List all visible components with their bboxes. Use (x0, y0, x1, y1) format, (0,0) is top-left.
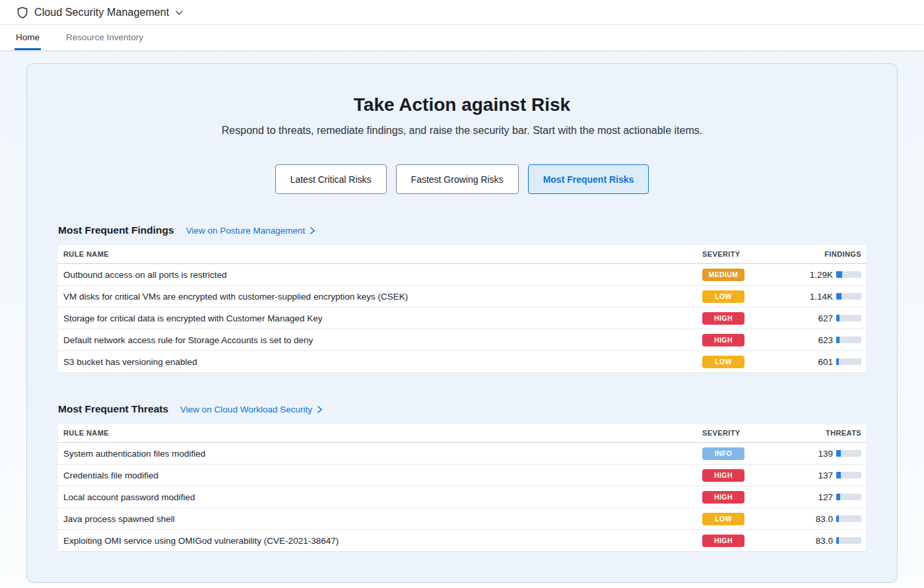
severity-badge: MEDIUM (702, 269, 744, 281)
threats-heading: Most Frequent Threats (58, 403, 168, 415)
count-bar (836, 293, 861, 300)
severity-badge: LOW (702, 513, 744, 525)
findings-count: 601 (780, 357, 833, 367)
fastest-growing-risks-button[interactable]: Fastest Growing Risks (396, 164, 519, 194)
threats-count: 83.0 (780, 536, 833, 546)
column-header-findings: FINDINGS (780, 250, 866, 258)
tab-resource-inventory[interactable]: Resource Inventory (65, 25, 145, 50)
severity-badge: HIGH (702, 312, 744, 325)
severity-badge: HIGH (702, 491, 744, 504)
findings-count: 1.14K (780, 292, 833, 302)
severity-badge: LOW (702, 356, 744, 368)
count-bar (836, 472, 861, 478)
tab-home[interactable]: Home (15, 25, 41, 50)
count-bar (836, 515, 861, 522)
app-header: Cloud Security Management (0, 0, 924, 25)
severity-badge: HIGH (702, 334, 744, 346)
rule-name: System authentication files modified (58, 449, 702, 459)
threats-panel-header: Most Frequent Threats View on Cloud Work… (58, 403, 866, 415)
count-bar (836, 337, 861, 343)
column-header-threats: THREATS (780, 429, 866, 437)
view-cloud-workload-security-link[interactable]: View on Cloud Workload Security (180, 405, 322, 414)
findings-heading: Most Frequent Findings (58, 224, 174, 236)
threats-panel: Most Frequent Threats View on Cloud Work… (58, 403, 866, 552)
risk-filter-group: Latest Critical Risks Fastest Growing Ri… (58, 164, 866, 194)
column-header-severity: SEVERITY (702, 250, 780, 258)
rule-name: S3 bucket has versioning enabled (58, 357, 702, 367)
threats-count: 139 (780, 449, 833, 459)
chevron-right-icon (310, 227, 315, 234)
table-row[interactable]: VM disks for critical VMs are encrypted … (58, 286, 866, 308)
column-header-rule-name: RULE NAME (58, 429, 702, 437)
app-title-dropdown[interactable]: Cloud Security Management (17, 7, 183, 18)
view-cloud-workload-security-link-label: View on Cloud Workload Security (180, 405, 312, 414)
column-header-severity: SEVERITY (702, 429, 780, 437)
page-subtitle: Respond to threats, remediate findings, … (58, 125, 866, 137)
column-header-rule-name: RULE NAME (58, 250, 702, 258)
findings-count: 623 (780, 335, 833, 345)
count-bar (836, 450, 861, 457)
shield-icon (17, 7, 28, 18)
rule-name: Local account password modified (58, 492, 702, 502)
threats-count: 137 (780, 471, 833, 480)
table-row[interactable]: System authentication files modified INF… (58, 443, 866, 465)
rule-name: Java process spawned shell (58, 514, 702, 524)
findings-table-header: RULE NAME SEVERITY FINDINGS (58, 245, 866, 264)
findings-panel: Most Frequent Findings View on Posture M… (58, 224, 866, 373)
count-bar (836, 537, 861, 544)
chevron-down-icon (176, 9, 183, 15)
take-action-card: Take Action against Risk Respond to thre… (26, 63, 898, 583)
threats-count: 127 (780, 492, 833, 502)
main-content: Take Action against Risk Respond to thre… (0, 50, 924, 583)
table-row[interactable]: Exploiting OMI service using OMIGod vuln… (58, 530, 866, 552)
most-frequent-risks-button[interactable]: Most Frequent Risks (528, 164, 649, 194)
table-row[interactable]: Local account password modified HIGH 127 (58, 486, 866, 508)
table-row[interactable]: Credentials file modified HIGH 137 (58, 465, 866, 486)
findings-count: 627 (780, 313, 833, 323)
rule-name: VM disks for critical VMs are encrypted … (58, 292, 702, 302)
chevron-right-icon (317, 406, 322, 413)
table-row[interactable]: S3 bucket has versioning enabled LOW 601 (58, 351, 866, 373)
table-row[interactable]: Java process spawned shell LOW 83.0 (58, 508, 866, 530)
table-row[interactable]: Outbound access on all ports is restrict… (58, 264, 866, 286)
tab-bar: Home Resource Inventory (0, 25, 924, 50)
severity-badge: HIGH (702, 535, 744, 547)
threats-table-header: RULE NAME SEVERITY THREATS (58, 424, 866, 443)
view-posture-management-link[interactable]: View on Posture Management (186, 226, 315, 236)
findings-count: 1.29K (780, 270, 833, 280)
rule-name: Storage for critical data is encrypted w… (58, 313, 702, 323)
findings-table: RULE NAME SEVERITY FINDINGS Outbound acc… (58, 245, 866, 373)
severity-badge: HIGH (702, 469, 744, 482)
table-row[interactable]: Storage for critical data is encrypted w… (58, 308, 866, 329)
threats-table: RULE NAME SEVERITY THREATS System authen… (58, 424, 866, 552)
threats-count: 83.0 (780, 514, 833, 524)
rule-name: Default network access rule for Storage … (58, 335, 702, 345)
rule-name: Outbound access on all ports is restrict… (58, 270, 702, 280)
count-bar (836, 315, 861, 321)
table-row[interactable]: Default network access rule for Storage … (58, 329, 866, 351)
view-posture-management-link-label: View on Posture Management (186, 226, 306, 236)
severity-badge: LOW (702, 290, 744, 303)
latest-critical-risks-button[interactable]: Latest Critical Risks (275, 164, 387, 194)
app-title: Cloud Security Management (34, 7, 169, 18)
page-title: Take Action against Risk (58, 94, 866, 115)
severity-badge: INFO (702, 447, 744, 460)
rule-name: Exploiting OMI service using OMIGod vuln… (58, 536, 702, 546)
rule-name: Credentials file modified (58, 471, 702, 480)
count-bar (836, 358, 861, 365)
findings-panel-header: Most Frequent Findings View on Posture M… (58, 224, 866, 236)
count-bar (836, 271, 861, 278)
count-bar (836, 494, 861, 500)
